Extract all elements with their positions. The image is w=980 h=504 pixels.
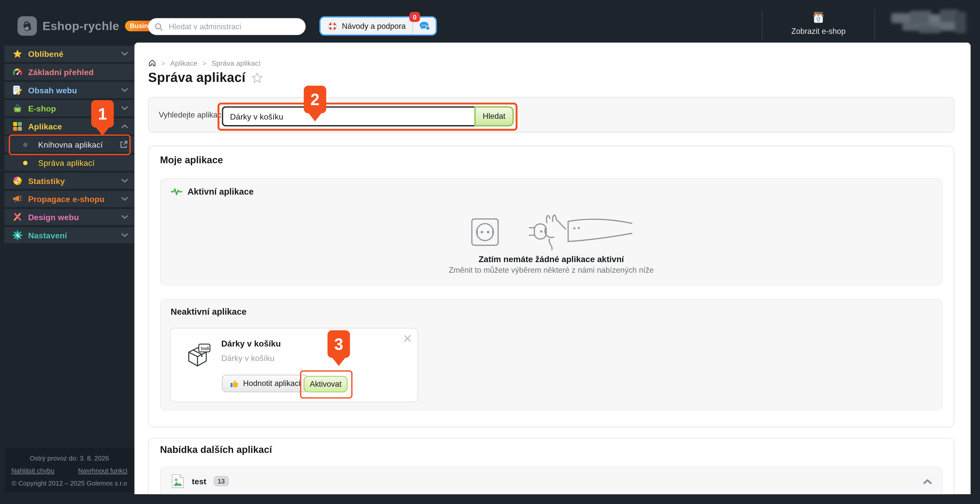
copyright: © Copyright 2012 – 2025 Golemos s.r.o bbox=[12, 479, 127, 486]
search-label: Vyhledejte aplikaci: bbox=[159, 97, 226, 132]
gauge-icon bbox=[13, 67, 23, 77]
sidebar-item-label: Správa aplikací bbox=[38, 158, 95, 167]
app-icon-tag: Indi bbox=[201, 346, 209, 351]
sidebar-item-statistiky[interactable]: Statistiky bbox=[4, 173, 134, 189]
trial-info: Ostrý provoz do: 3. 8. 2026 bbox=[30, 454, 109, 461]
sidebar-item-label: Nastavení bbox=[28, 231, 67, 240]
storefront-icon bbox=[811, 10, 826, 24]
sidebar-item-propagace[interactable]: Propagace e-shopu bbox=[4, 191, 134, 207]
active-apps-header: Aktivní aplikace bbox=[171, 187, 254, 197]
sidebar-item-zakladni-prehled[interactable]: Základní přehled bbox=[4, 64, 134, 80]
external-link-icon bbox=[119, 140, 128, 149]
eshop-logo-icon bbox=[18, 16, 37, 36]
breadcrumb-sprava-aplikaci[interactable]: Správa aplikací bbox=[212, 59, 261, 67]
tutorial-step-1-callout: 1 bbox=[91, 100, 114, 128]
lifebuoy-icon bbox=[328, 21, 337, 31]
document-pencil-icon bbox=[13, 85, 23, 95]
sidebar-item-label: Základní přehled bbox=[28, 67, 94, 77]
brand-name: Eshop-rychle bbox=[43, 19, 119, 33]
sidebar-item-label: Obsah webu bbox=[28, 85, 77, 95]
brand-logo[interactable]: Eshop-rychle Business bbox=[18, 16, 164, 36]
bullet-icon bbox=[23, 142, 27, 147]
image-placeholder-icon bbox=[171, 474, 185, 488]
callout-number: 1 bbox=[98, 104, 107, 123]
sidebar-item-eshop[interactable]: E-shop bbox=[4, 100, 134, 116]
bullet-icon bbox=[23, 161, 27, 165]
sidebar-nav: Oblíbené Základní přehled bbox=[0, 43, 134, 243]
sidebar-item-design-webu[interactable]: Design webu bbox=[4, 209, 134, 225]
app-description: Dárky v košíku bbox=[221, 353, 274, 363]
close-icon[interactable] bbox=[403, 334, 412, 343]
empty-state-title: Zatím nemáte žádné aplikace aktivní bbox=[161, 255, 942, 264]
inactive-apps-panel: Neaktivní aplikace Indi Dárky v košíku bbox=[160, 299, 943, 410]
star-icon bbox=[13, 49, 23, 59]
chevron-up-icon bbox=[121, 124, 128, 129]
active-apps-title: Aktivní aplikace bbox=[188, 187, 254, 197]
app-card-darky-v-kosiku: Indi Dárky v košíku Dárky v košíku Hodno… bbox=[170, 328, 418, 402]
plug-socket-illustration bbox=[469, 212, 633, 252]
sidebar-item-sprava-aplikaci[interactable]: Správa aplikací bbox=[4, 155, 134, 171]
search-icon bbox=[154, 22, 163, 31]
chevron-down-icon bbox=[121, 215, 128, 220]
sidebar-item-label: Statistiky bbox=[28, 176, 65, 185]
active-apps-panel: Aktivní aplikace bbox=[160, 178, 943, 285]
user-account-redacted[interactable] bbox=[891, 8, 967, 37]
view-eshop-label: Zobrazit e-shop bbox=[791, 27, 846, 35]
sidebar-item-knihovna-aplikaci[interactable]: Knihovna aplikací bbox=[4, 137, 134, 153]
chevron-down-icon bbox=[121, 106, 128, 111]
megaphone-icon bbox=[13, 194, 23, 204]
app-search-section: Vyhledejte aplikaci: Hledat 2 bbox=[148, 97, 955, 133]
pulse-icon bbox=[171, 187, 183, 195]
chevron-down-icon bbox=[121, 233, 128, 238]
gear-icon bbox=[13, 230, 23, 240]
app-box-icon: Indi bbox=[185, 342, 212, 368]
rate-app-button[interactable]: Hodnotit aplikaci bbox=[222, 375, 309, 392]
sidebar-item-label: Aplikace bbox=[28, 121, 62, 131]
sidebar-item-nastaveni[interactable]: Nastavení bbox=[4, 227, 134, 243]
breadcrumb: > Aplikace > Správa aplikací bbox=[148, 59, 261, 67]
inactive-apps-title: Neaktivní aplikace bbox=[171, 306, 247, 317]
tutorial-step-3-callout: 3 bbox=[328, 330, 350, 358]
favorite-star-icon[interactable] bbox=[251, 72, 263, 83]
my-apps-card: Moje aplikace Aktivní aplikace bbox=[148, 146, 955, 427]
breadcrumb-separator: > bbox=[202, 59, 207, 67]
app-search-group: Hledat bbox=[222, 107, 514, 126]
admin-search-input[interactable] bbox=[167, 21, 299, 32]
chevron-up-icon[interactable] bbox=[923, 476, 932, 488]
more-apps-card: Nabídka dalších aplikací test 13 bbox=[148, 438, 955, 494]
report-bug-link[interactable]: Nahlásit chybu bbox=[11, 466, 54, 474]
admin-window: Eshop-rychle Business Návody a podpora bbox=[0, 0, 980, 504]
topbar-divider bbox=[875, 10, 875, 40]
chat-bubbles-icon bbox=[418, 21, 430, 31]
breadcrumb-aplikace[interactable]: Aplikace bbox=[170, 59, 197, 67]
chat-count-badge: 0 bbox=[409, 12, 420, 22]
sidebar-item-aplikace[interactable]: Aplikace bbox=[4, 118, 134, 134]
activate-app-button[interactable]: Aktivovat bbox=[304, 376, 347, 392]
help-button-main[interactable]: Návody a podpora bbox=[321, 18, 414, 34]
crossed-pencils-icon bbox=[13, 212, 23, 222]
help-button-label: Návody a podpora bbox=[342, 21, 406, 30]
chevron-down-icon bbox=[121, 196, 128, 201]
pie-chart-icon bbox=[13, 176, 23, 186]
view-eshop-button[interactable]: Zobrazit e-shop bbox=[763, 6, 875, 39]
breadcrumb-separator: > bbox=[161, 59, 165, 67]
rate-app-label: Hodnotit aplikaci bbox=[243, 379, 301, 388]
search-submit-button[interactable]: Hledat bbox=[474, 107, 514, 126]
help-button[interactable]: Návody a podpora 0 bbox=[320, 16, 437, 36]
main-content: > Aplikace > Správa aplikací Správa apli… bbox=[134, 43, 970, 494]
admin-search[interactable] bbox=[148, 18, 306, 35]
page-title: Správa aplikací bbox=[148, 70, 246, 85]
app-category-row-test[interactable]: test 13 bbox=[160, 467, 943, 494]
home-icon[interactable] bbox=[148, 59, 156, 67]
suggest-feature-link[interactable]: Navrhnout funkci bbox=[78, 466, 127, 474]
sidebar-item-label: Oblíbené bbox=[28, 49, 64, 58]
topbar: Eshop-rychle Business Návody a podpora bbox=[0, 0, 980, 43]
app-search-input[interactable] bbox=[222, 107, 474, 126]
callout-number: 3 bbox=[334, 335, 344, 353]
apps-grid-icon bbox=[13, 121, 23, 131]
chevron-down-icon bbox=[121, 88, 128, 93]
sidebar-item-oblibene[interactable]: Oblíbené bbox=[4, 46, 134, 62]
sidebar-item-label: E-shop bbox=[28, 104, 56, 113]
sidebar-item-obsah-webu[interactable]: Obsah webu bbox=[4, 82, 134, 98]
callout-number: 2 bbox=[310, 90, 320, 109]
